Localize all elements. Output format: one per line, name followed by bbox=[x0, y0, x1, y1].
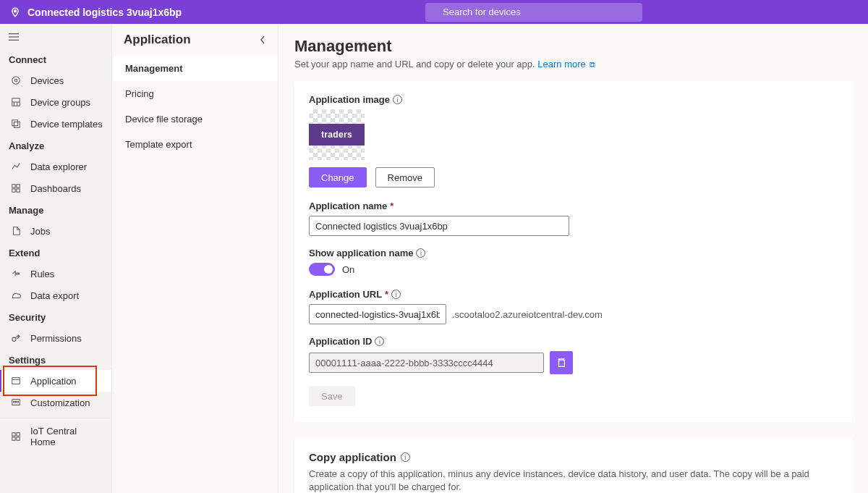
copy-id-button[interactable] bbox=[550, 351, 573, 374]
section-manage: Manage bbox=[0, 199, 111, 220]
nav-devices[interactable]: Devices bbox=[0, 69, 111, 91]
section-security: Security bbox=[0, 306, 111, 327]
nav-label: Application bbox=[30, 376, 77, 387]
nav-label: Data explorer bbox=[30, 161, 87, 172]
location-icon bbox=[9, 6, 22, 19]
search-container bbox=[425, 3, 642, 22]
svg-rect-25 bbox=[12, 437, 15, 440]
info-icon[interactable]: i bbox=[375, 337, 384, 346]
nav-label: Dashboards bbox=[30, 183, 81, 194]
copy-description: Create a copy of this application, minus… bbox=[309, 468, 838, 493]
subnav-title: Application bbox=[124, 33, 191, 47]
app-image-preview: traders bbox=[309, 109, 365, 160]
nav-device-templates[interactable]: Device templates bbox=[0, 113, 111, 135]
subnav-management[interactable]: Management bbox=[112, 56, 278, 81]
svg-rect-12 bbox=[12, 185, 15, 187]
nav-label: Jobs bbox=[30, 226, 50, 237]
svg-rect-24 bbox=[17, 433, 20, 436]
dashboards-icon bbox=[10, 182, 22, 194]
remove-button[interactable]: Remove bbox=[375, 167, 435, 187]
settings-card: Application image i traders Change Remov… bbox=[294, 81, 852, 422]
app-title: Connected logistics 3vuaj1x6bp bbox=[27, 7, 182, 18]
jobs-icon bbox=[10, 225, 22, 237]
left-nav: Connect Devices Device groups Device tem… bbox=[0, 24, 112, 493]
nav-label: Devices bbox=[30, 75, 64, 86]
subnav-template-export[interactable]: Template export bbox=[112, 132, 278, 157]
top-header: Connected logistics 3vuaj1x6bp bbox=[0, 0, 868, 24]
app-id-input[interactable] bbox=[309, 353, 544, 373]
copy-card: Copy application i Create a copy of this… bbox=[294, 438, 852, 493]
external-link-icon: ⧉ bbox=[590, 60, 595, 69]
copy-title: Copy application i bbox=[309, 451, 838, 463]
save-button[interactable]: Save bbox=[309, 386, 355, 406]
svg-rect-13 bbox=[17, 185, 20, 187]
svg-rect-23 bbox=[12, 433, 15, 436]
info-icon[interactable]: i bbox=[393, 95, 402, 104]
nav-iot-central-home[interactable]: IoT Central Home bbox=[0, 418, 111, 452]
svg-rect-17 bbox=[12, 378, 20, 384]
app-name-input[interactable] bbox=[309, 216, 569, 236]
nav-application[interactable]: Application bbox=[0, 370, 111, 392]
hamburger-icon[interactable] bbox=[0, 30, 111, 49]
section-extend: Extend bbox=[0, 242, 111, 263]
svg-point-4 bbox=[12, 77, 20, 85]
svg-point-5 bbox=[14, 79, 17, 82]
show-name-toggle[interactable] bbox=[309, 263, 335, 276]
collapse-icon[interactable] bbox=[259, 35, 266, 45]
app-image-label: Application image i bbox=[309, 94, 838, 105]
svg-rect-26 bbox=[17, 437, 20, 440]
nav-customization[interactable]: Customization bbox=[0, 392, 111, 413]
subnav-file-storage[interactable]: Device file storage bbox=[112, 106, 278, 132]
main-content: Management Set your app name and URL and… bbox=[278, 24, 868, 493]
app-url-label: Application URL* i bbox=[309, 289, 838, 300]
learn-more-link[interactable]: Learn more ⧉ bbox=[537, 59, 595, 69]
svg-rect-11 bbox=[14, 122, 20, 127]
svg-point-20 bbox=[14, 401, 15, 403]
nav-permissions[interactable]: Permissions bbox=[0, 327, 111, 349]
application-icon bbox=[10, 375, 22, 387]
svg-rect-27 bbox=[559, 361, 565, 367]
customization-icon bbox=[10, 397, 22, 408]
page-subtitle: Set your app name and URL and copy or de… bbox=[294, 59, 852, 69]
section-settings: Settings bbox=[0, 349, 111, 370]
nav-device-groups[interactable]: Device groups bbox=[0, 91, 111, 113]
info-icon[interactable]: i bbox=[401, 452, 410, 462]
nav-dashboards[interactable]: Dashboards bbox=[0, 177, 111, 199]
device-templates-icon bbox=[10, 118, 22, 130]
section-connect: Connect bbox=[0, 49, 111, 69]
device-groups-icon bbox=[10, 96, 22, 108]
svg-point-0 bbox=[14, 9, 17, 12]
app-name-label: Application name* bbox=[309, 201, 838, 211]
change-button[interactable]: Change bbox=[309, 167, 367, 187]
search-input[interactable] bbox=[425, 3, 642, 22]
nav-jobs[interactable]: Jobs bbox=[0, 220, 111, 242]
toggle-state: On bbox=[342, 264, 354, 275]
svg-rect-15 bbox=[17, 189, 20, 192]
section-analyze: Analyze bbox=[0, 135, 111, 156]
nav-label: Device templates bbox=[30, 119, 103, 130]
nav-label: IoT Central Home bbox=[30, 426, 103, 447]
app-url-input[interactable] bbox=[309, 304, 446, 324]
url-suffix: .scootaloo2.azureiotcentral-dev.com bbox=[452, 309, 603, 320]
app-image-brand: traders bbox=[309, 124, 365, 146]
nav-label: Rules bbox=[30, 269, 54, 279]
data-explorer-icon bbox=[10, 161, 22, 172]
sub-nav: Application Management Pricing Device fi… bbox=[112, 24, 278, 493]
home-icon bbox=[10, 431, 22, 442]
nav-rules[interactable]: Rules bbox=[0, 263, 111, 285]
rules-icon bbox=[10, 268, 22, 279]
subnav-pricing[interactable]: Pricing bbox=[112, 81, 278, 106]
info-icon[interactable]: i bbox=[391, 290, 401, 299]
info-icon[interactable]: i bbox=[416, 248, 425, 258]
nav-label: Customization bbox=[30, 397, 90, 408]
svg-point-22 bbox=[17, 401, 19, 403]
svg-rect-14 bbox=[12, 189, 15, 192]
permissions-icon bbox=[10, 332, 22, 344]
nav-label: Device groups bbox=[30, 97, 90, 108]
nav-data-export[interactable]: Data export bbox=[0, 285, 111, 306]
nav-data-explorer[interactable]: Data explorer bbox=[0, 156, 111, 177]
nav-label: Data export bbox=[30, 290, 79, 301]
devices-icon bbox=[10, 75, 22, 86]
data-export-icon bbox=[10, 290, 22, 301]
show-name-label: Show application name i bbox=[309, 248, 838, 258]
